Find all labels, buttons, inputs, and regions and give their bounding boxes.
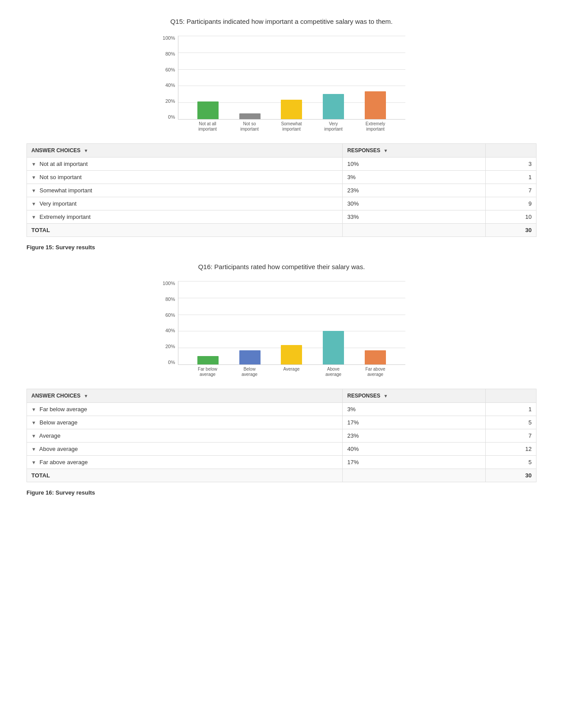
y-label-0: 0% xyxy=(168,115,175,120)
bar xyxy=(281,345,302,364)
response-pct-cell: 3% xyxy=(343,171,485,184)
table-row: ▼ Not so important3%1 xyxy=(27,171,537,184)
answer-choice-cell: ▼ Very important xyxy=(27,197,343,210)
total-count: 30 xyxy=(485,224,536,237)
bar-group xyxy=(237,350,263,364)
row-arrow-icon[interactable]: ▼ xyxy=(31,433,36,439)
figure16-caption: Figure 16: Survey results xyxy=(26,489,537,496)
answer-choice-cell: ▼ Not at all important xyxy=(27,158,343,171)
row-arrow-icon[interactable]: ▼ xyxy=(31,420,36,425)
figure15-caption: Figure 15: Survey results xyxy=(26,244,537,251)
q16-responses-sort-icon[interactable]: ▼ xyxy=(384,394,388,398)
q16-th-responses: RESPONSES ▼ xyxy=(343,389,485,403)
response-count-cell: 12 xyxy=(485,443,536,456)
response-pct-cell: 17% xyxy=(343,456,485,469)
x-label: Not at all important xyxy=(194,120,221,133)
q16-answer-sort-icon[interactable]: ▼ xyxy=(84,394,88,398)
row-arrow-icon[interactable]: ▼ xyxy=(31,201,36,206)
row-arrow-icon[interactable]: ▼ xyxy=(31,407,36,412)
x-label: Very important xyxy=(320,120,347,133)
response-pct-cell: 23% xyxy=(343,184,485,197)
row-arrow-icon[interactable]: ▼ xyxy=(31,188,36,193)
q16-x-labels: Far below averageBelow averageAverageAbo… xyxy=(178,365,405,378)
q15-chart-container: 100% 80% 60% 40% 20% 0% Not at all impor… xyxy=(26,36,537,133)
answer-choice-cell: ▼ Far above average xyxy=(27,456,343,469)
table-row: ▼ Somewhat important23%7 xyxy=(27,184,537,197)
response-count-cell: 3 xyxy=(485,158,536,171)
bar xyxy=(323,331,344,364)
q16-table: ANSWER CHOICES ▼ RESPONSES ▼ ▼ Far below… xyxy=(26,389,537,482)
q16-th-answer: ANSWER CHOICES ▼ xyxy=(27,389,343,403)
total-label: TOTAL xyxy=(27,224,343,237)
table-row: ▼ Below average17%5 xyxy=(27,416,537,429)
response-count-cell: 7 xyxy=(485,184,536,197)
q15-th-answer: ANSWER CHOICES ▼ xyxy=(27,144,343,158)
table-row: ▼ Not at all important10%3 xyxy=(27,158,537,171)
answer-choice-cell: ▼ Far below average xyxy=(27,403,343,416)
response-count-cell: 5 xyxy=(485,416,536,429)
bar-group xyxy=(278,100,305,119)
bar xyxy=(365,350,386,364)
q15-x-labels: Not at all importantNot so importantSome… xyxy=(178,120,405,133)
response-pct-cell: 23% xyxy=(343,429,485,443)
q15-chart: 100% 80% 60% 40% 20% 0% Not at all impor… xyxy=(158,36,405,133)
table-row: ▼ Very important30%9 xyxy=(27,197,537,210)
bar-group xyxy=(362,350,389,364)
answer-sort-icon[interactable]: ▼ xyxy=(84,148,88,153)
answer-choice-cell: ▼ Average xyxy=(27,429,343,443)
responses-sort-icon[interactable]: ▼ xyxy=(384,148,388,153)
q16-chart: 100% 80% 60% 40% 20% 0% Far below averag… xyxy=(158,281,405,378)
answer-choice-cell: ▼ Somewhat important xyxy=(27,184,343,197)
response-count-cell: 9 xyxy=(485,197,536,210)
table-row: ▼ Extremely important33%10 xyxy=(27,210,537,224)
bar xyxy=(239,113,261,119)
bar xyxy=(197,101,219,119)
bar xyxy=(323,94,344,119)
x-label: Far below average xyxy=(194,365,221,378)
x-label: Below average xyxy=(236,365,263,378)
q15-table: ANSWER CHOICES ▼ RESPONSES ▼ ▼ Not at al… xyxy=(26,143,537,237)
total-empty xyxy=(343,224,485,237)
y-label-100: 100% xyxy=(162,36,175,41)
q15-bars xyxy=(178,36,405,119)
response-pct-cell: 3% xyxy=(343,403,485,416)
row-arrow-icon[interactable]: ▼ xyxy=(31,447,36,452)
row-arrow-icon[interactable]: ▼ xyxy=(31,161,36,167)
q15-th-count xyxy=(485,144,536,158)
response-pct-cell: 33% xyxy=(343,210,485,224)
q16-title: Q16: Participants rated how competitive … xyxy=(26,263,537,270)
q16-plot xyxy=(178,281,405,365)
response-pct-cell: 17% xyxy=(343,416,485,429)
table-row: ▼ Average23%7 xyxy=(27,429,537,443)
response-count-cell: 1 xyxy=(485,171,536,184)
x-label: Not so important xyxy=(236,120,263,133)
answer-choice-cell: ▼ Above average xyxy=(27,443,343,456)
q16-y-axis: 100% 80% 60% 40% 20% 0% xyxy=(158,281,178,365)
answer-choice-cell: ▼ Below average xyxy=(27,416,343,429)
response-count-cell: 5 xyxy=(485,456,536,469)
total-count: 30 xyxy=(485,469,536,482)
bar xyxy=(197,356,219,364)
bar-group xyxy=(237,113,263,119)
q15-plot xyxy=(178,36,405,120)
y-label-40: 40% xyxy=(165,83,175,88)
response-count-cell: 7 xyxy=(485,429,536,443)
total-empty xyxy=(343,469,485,482)
total-row: TOTAL30 xyxy=(27,469,537,482)
response-count-cell: 1 xyxy=(485,403,536,416)
row-arrow-icon[interactable]: ▼ xyxy=(31,214,36,220)
total-row: TOTAL30 xyxy=(27,224,537,237)
table-row: ▼ Far below average3%1 xyxy=(27,403,537,416)
row-arrow-icon[interactable]: ▼ xyxy=(31,460,36,465)
bar xyxy=(365,91,386,119)
answer-choice-cell: ▼ Extremely important xyxy=(27,210,343,224)
response-pct-cell: 40% xyxy=(343,443,485,456)
response-pct-cell: 30% xyxy=(343,197,485,210)
row-arrow-icon[interactable]: ▼ xyxy=(31,175,36,180)
q15-th-responses: RESPONSES ▼ xyxy=(343,144,485,158)
bar xyxy=(239,350,261,364)
q16-th-count xyxy=(485,389,536,403)
y-label-80: 80% xyxy=(165,52,175,56)
q15-section: Q15: Participants indicated how importan… xyxy=(26,18,537,237)
bar-group xyxy=(278,345,305,364)
